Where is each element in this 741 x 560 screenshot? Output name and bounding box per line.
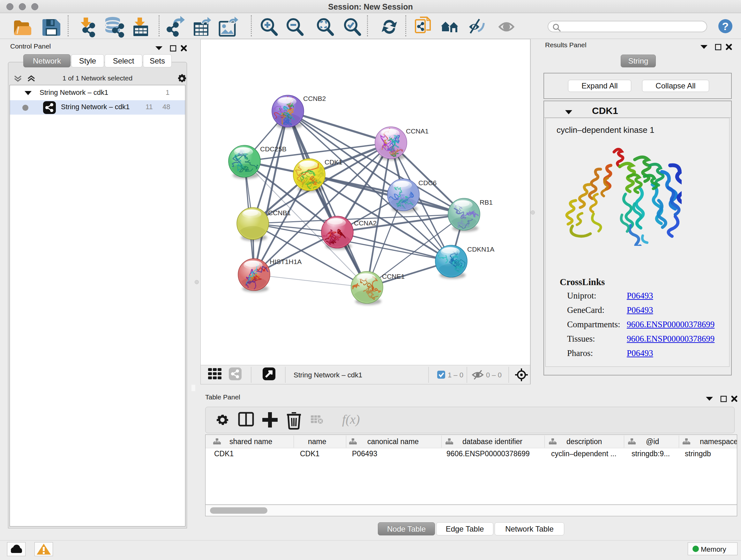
svg-text:String Network – cdk1: String Network – cdk1 — [293, 371, 362, 379]
svg-text:?: ? — [722, 20, 729, 32]
svg-text:CCNE1: CCNE1 — [382, 273, 405, 280]
svg-text:RB1: RB1 — [480, 199, 493, 206]
svg-text:CDC6: CDC6 — [418, 179, 436, 186]
svg-text:1 – 0: 1 – 0 — [448, 371, 463, 379]
svg-text:CDC25B: CDC25B — [260, 145, 286, 152]
svg-text:CCNA2: CCNA2 — [354, 219, 377, 227]
svg-text:CDK1: CDK1 — [325, 159, 342, 166]
svg-text:f(x): f(x) — [342, 412, 360, 427]
svg-text:CDKN1A: CDKN1A — [467, 246, 494, 253]
svg-text:CCNB1: CCNB1 — [268, 209, 291, 216]
svg-text:CCNA1: CCNA1 — [406, 127, 428, 135]
svg-text:CCNB2: CCNB2 — [303, 95, 326, 102]
svg-text:0 – 0: 0 – 0 — [486, 371, 502, 379]
svg-text:HIST1H1A: HIST1H1A — [270, 258, 301, 265]
